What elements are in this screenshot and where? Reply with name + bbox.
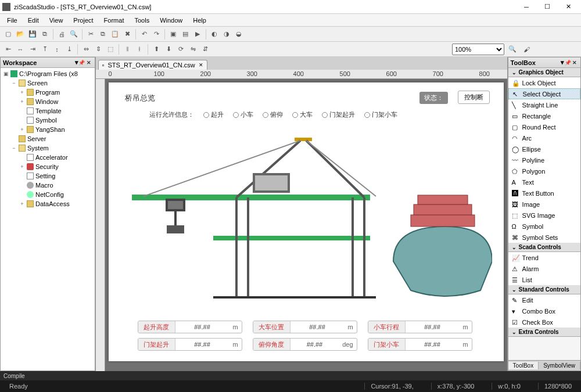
redo-icon[interactable]: ↷	[150, 28, 162, 40]
readout-grid: 起升高度##.##m 大车位置##.##m 小车行程##.##m 门架起升##.…	[138, 321, 472, 351]
tool-rectangle[interactable]: ▭Rectangle	[508, 110, 580, 121]
compile-bar[interactable]: Compile	[0, 371, 581, 380]
close-button[interactable]: ✕	[558, 1, 579, 13]
maximize-button[interactable]: ☐	[537, 1, 558, 13]
list-icon: ☰	[512, 276, 519, 283]
document-tab[interactable]: ▫ STS_RT_Overview01_CN.csw ✕	[98, 60, 207, 70]
delete-icon[interactable]: ✖	[121, 28, 133, 40]
open-icon[interactable]: 📂	[15, 28, 26, 40]
bring-front-icon[interactable]: ⬆	[150, 44, 162, 55]
group-icon[interactable]: ▣	[167, 28, 179, 40]
toolbar-row-2: ⇤ ↔ ⇥ ⤒ ↕ ⤓ ⇔ ⇕ ⬚ ⫴ ⫲ ⬆ ⬇ ⟳ ⇋ ⇵ 100% 🔍 🖌	[0, 42, 581, 57]
design-canvas[interactable]: 桥吊总览 状态： 控制断 运行允许信息： 起升 小车 俯仰 大车 门架起升 门架…	[109, 82, 504, 361]
tool-arc[interactable]: ◠Arc	[508, 132, 580, 143]
copy-icon[interactable]: ⧉	[97, 28, 109, 40]
section-graphics[interactable]: Graphics Object	[508, 68, 580, 77]
canvas-viewport[interactable]: 桥吊总览 状态： 控制断 运行允许信息： 起升 小车 俯仰 大车 门架起升 门架…	[105, 79, 507, 371]
cut-icon[interactable]: ✂	[85, 28, 96, 40]
tool-roundrect[interactable]: ▢Round Rect	[508, 121, 580, 132]
toggle1-icon[interactable]: ◐	[209, 28, 220, 40]
status-pos: x:378, y:-300	[431, 383, 480, 390]
tool-lock-object[interactable]: 🔒Lock Object	[508, 77, 580, 88]
pin-icon[interactable]: 📌	[564, 59, 571, 66]
menu-format[interactable]: Format	[99, 16, 129, 25]
play-icon[interactable]: ▶	[192, 28, 203, 40]
menu-file[interactable]: File	[2, 16, 22, 25]
toolbar-row-1: ▢ 📂 💾 ⧉ 🖨 🔍 ✂ ⧉ 📋 ✖ ↶ ↷ ▣ ▤ ▶ ◐ ◑ ◒	[0, 27, 581, 42]
same-height-icon[interactable]: ⇕	[92, 44, 104, 55]
pin-icon[interactable]: 📌	[78, 59, 85, 66]
tool-alarm[interactable]: ⚠Alarm	[508, 263, 580, 274]
section-scada[interactable]: Scada Controls	[508, 243, 580, 252]
tool-polygon[interactable]: ⬠Polygon	[508, 166, 580, 177]
flip-h-icon[interactable]: ⇋	[187, 44, 199, 55]
rotate-icon[interactable]: ⟳	[175, 44, 187, 55]
section-standard[interactable]: Standard Controls	[508, 285, 580, 294]
align-top-icon[interactable]: ⤒	[39, 44, 51, 55]
ungroup-icon[interactable]: ▤	[180, 28, 191, 40]
tool-polyline[interactable]: 〰Polyline	[508, 154, 580, 166]
tool-list[interactable]: ☰List	[508, 274, 580, 285]
toggle2-icon[interactable]: ◑	[221, 28, 232, 40]
tool-ellipse[interactable]: ◯Ellipse	[508, 143, 580, 154]
menu-tools[interactable]: Tools	[130, 16, 154, 25]
trend-icon: 📈	[512, 254, 519, 261]
saveall-icon[interactable]: ⧉	[39, 28, 51, 40]
toggle3-icon[interactable]: ◒	[233, 28, 245, 40]
tool-trend[interactable]: 📈Trend	[508, 252, 580, 263]
tool-select-object[interactable]: ↖Select Object	[508, 88, 580, 99]
workspace-panel: Workspace ▾ 📌 ✕ ▣C:\Program Files (x8 −S…	[0, 57, 95, 371]
new-icon[interactable]: ▢	[2, 28, 14, 40]
menu-view[interactable]: View	[45, 16, 68, 25]
tool-edit[interactable]: ✎Edit	[508, 294, 580, 305]
panel-close-icon[interactable]: ✕	[85, 59, 92, 66]
menu-project[interactable]: Project	[69, 16, 98, 25]
tool-checkbox[interactable]: ☑Check Box	[508, 317, 580, 328]
print-icon[interactable]: 🖨	[56, 28, 67, 40]
tab-symbolview[interactable]: SymbolView	[539, 362, 580, 369]
tool-combobox[interactable]: ▾Combo Box	[508, 305, 580, 317]
flip-v-icon[interactable]: ⇵	[199, 44, 211, 55]
ruler-horizontal: 0 100 200 300 400 500 600 700 800	[96, 70, 507, 79]
zoom-select[interactable]: 100%	[452, 44, 504, 55]
save-icon[interactable]: 💾	[27, 28, 38, 40]
undo-icon[interactable]: ↶	[138, 28, 150, 40]
panel-close-icon[interactable]: ✕	[571, 59, 578, 66]
menu-edit[interactable]: Edit	[23, 16, 44, 25]
tool-symbol-sets[interactable]: ⌘Symbol Sets	[508, 232, 580, 243]
menubar: File Edit View Project Format Tools Wind…	[0, 14, 581, 27]
window-titlebar: ziScadaStudio - [STS_RT_Overview01_CN.cs…	[0, 0, 581, 14]
workspace-tree[interactable]: ▣C:\Program Files (x8 −Screen +Program +…	[1, 68, 95, 371]
send-back-icon[interactable]: ⬇	[163, 44, 174, 55]
field-gantry-pos: 大车位置##.##m	[253, 321, 357, 333]
svg-rect-17	[414, 204, 472, 215]
zoom-tool-icon[interactable]: 🔍	[507, 44, 518, 55]
align-left-icon[interactable]: ⇤	[2, 44, 14, 55]
text-icon: A	[512, 179, 519, 186]
same-width-icon[interactable]: ⇔	[80, 44, 92, 55]
distribute-h-icon[interactable]: ⫴	[121, 44, 133, 55]
menu-help[interactable]: Help	[188, 16, 211, 25]
tool-text[interactable]: AText	[508, 177, 580, 188]
tool-line[interactable]: ╲Straight Line	[508, 99, 580, 110]
tab-toolbox[interactable]: ToolBox	[508, 362, 539, 369]
align-middle-icon[interactable]: ↕	[51, 44, 63, 55]
tab-close-icon[interactable]: ✕	[199, 62, 203, 68]
distribute-v-icon[interactable]: ⫲	[134, 44, 145, 55]
tool-image[interactable]: 🖼Image	[508, 199, 580, 210]
minimize-button[interactable]: ─	[516, 1, 537, 13]
same-size-icon[interactable]: ⬚	[105, 44, 116, 55]
status-cursor: Cursor:91, -39,	[364, 383, 419, 390]
brush-icon[interactable]: 🖌	[521, 44, 532, 55]
section-extra[interactable]: Extra Controls	[508, 328, 580, 337]
tool-svg-image[interactable]: ⬚SVG Image	[508, 210, 580, 221]
align-right-icon[interactable]: ⇥	[27, 44, 38, 55]
paste-icon[interactable]: 📋	[109, 28, 121, 40]
tool-text-button[interactable]: 🅰Text Button	[508, 188, 580, 199]
align-center-icon[interactable]: ↔	[15, 44, 26, 55]
tool-symbol[interactable]: ΩSymbol	[508, 221, 580, 232]
align-bottom-icon[interactable]: ⤓	[63, 44, 75, 55]
menu-window[interactable]: Window	[155, 16, 187, 25]
control-button[interactable]: 控制断	[458, 91, 490, 104]
preview-icon[interactable]: 🔍	[68, 28, 80, 40]
